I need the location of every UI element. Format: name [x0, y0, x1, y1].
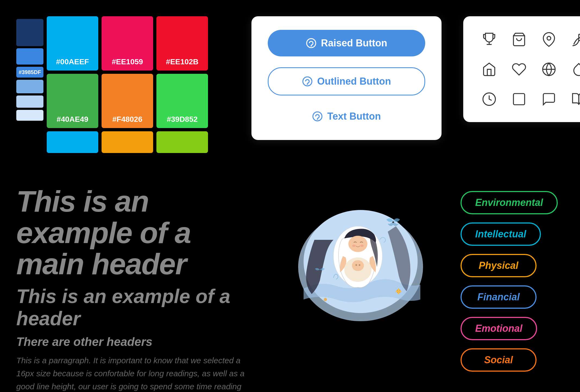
tag-social: Social: [461, 348, 537, 372]
blue-lighter-swatch: [16, 95, 43, 108]
globe-icon: [539, 60, 558, 79]
text-button[interactable]: Text Button: [301, 106, 392, 126]
main-header: This is an example of a main header: [16, 186, 261, 280]
svg-point-19: [352, 260, 364, 271]
heart-icon: [509, 60, 528, 79]
color-grid: #00AEEF #EE1059 #EE102B #40AE49 #F48026 …: [47, 16, 208, 153]
svg-point-7: [547, 36, 551, 40]
tag-financial: Financial: [461, 285, 537, 309]
paragraph: This is a parragraph. It is important to…: [16, 354, 250, 392]
red-swatch: #EE102B: [156, 16, 208, 71]
lime-swatch: #39D852: [156, 74, 208, 128]
svg-point-5: [317, 119, 318, 119]
blue-light-swatch: [16, 80, 43, 93]
tag-environmental: Environmental: [461, 191, 558, 214]
outlined-button[interactable]: Outlined Button: [268, 67, 425, 95]
svg-rect-11: [513, 93, 524, 104]
lime-label: #39D852: [167, 115, 198, 124]
outlined-button-icon: [302, 76, 313, 87]
button-showcase: Raised Button Outlined Button Text Butto…: [251, 16, 442, 140]
svg-point-17: [360, 245, 364, 247]
blue-medium-swatch: [16, 48, 43, 65]
lime-small-swatch: [156, 131, 208, 153]
tag-intellectual: Intellectual: [461, 222, 541, 246]
svg-point-24: [324, 298, 327, 301]
typography-section: This is an example of a main header This…: [16, 186, 261, 392]
sub-header: This is an example of a header: [16, 285, 261, 330]
orange-label: #F48026: [112, 115, 143, 124]
cyan-swatch: #00AEEF: [47, 16, 98, 71]
orange-swatch: #F48026: [102, 74, 153, 128]
water-drop-icon: [569, 60, 580, 79]
book-icon: [569, 90, 580, 109]
svg-point-1: [311, 46, 311, 46]
tag-physical: Physical: [461, 254, 537, 277]
svg-point-16: [352, 245, 355, 247]
chat-icon: [539, 90, 558, 109]
icon-showcase: [463, 16, 580, 122]
illustration-section: [277, 186, 444, 321]
blue-label-box: #3985DF: [16, 67, 43, 78]
yellow-swatch: [102, 131, 153, 153]
tags-section: Environmental Intellectual Physical Fina…: [461, 186, 564, 372]
blue-darkest-swatch: [16, 19, 43, 46]
text-button-icon: [312, 111, 323, 122]
outlined-button-label: Outlined Button: [317, 76, 391, 87]
svg-point-15: [348, 236, 367, 252]
small-header: There are other headers: [16, 335, 261, 349]
bottom-section: This is an example of a main header This…: [0, 169, 580, 392]
svg-point-20: [355, 264, 357, 266]
pink-swatch: #EE1059: [102, 16, 153, 71]
cyan-label: #00AEEF: [56, 58, 89, 66]
svg-point-21: [359, 264, 360, 266]
pink-label: #EE1059: [112, 58, 143, 66]
raised-button-label: Raised Button: [321, 37, 387, 49]
cyan-small-swatch: [47, 131, 98, 153]
home-icon: [480, 60, 499, 79]
tag-emotional: Emotional: [461, 317, 537, 340]
svg-point-22: [392, 221, 394, 223]
color-palette: #3985DF #00AEEF #EE1059 #EE102B #40AE49: [16, 16, 208, 153]
blue-shades-column: #3985DF: [16, 19, 43, 121]
clock-icon: [480, 90, 499, 109]
green-swatch: #40AE49: [47, 74, 98, 128]
blue-color-label: #3985DF: [19, 69, 41, 75]
svg-point-3: [307, 84, 308, 84]
trophy-icon: [480, 30, 499, 49]
leaf-icon: [569, 30, 580, 49]
green-label: #40AE49: [57, 115, 89, 124]
cart-icon: [509, 30, 528, 49]
blue-lightest-swatch: [16, 110, 43, 121]
top-section: #3985DF #00AEEF #EE1059 #EE102B #40AE49: [0, 0, 580, 164]
raised-button-icon: [306, 38, 317, 49]
location-icon: [539, 30, 558, 49]
square-icon: [509, 90, 528, 109]
text-button-label: Text Button: [327, 111, 381, 122]
red-label: #EE102B: [166, 58, 198, 66]
illustration-svg: [293, 186, 428, 321]
raised-button[interactable]: Raised Button: [268, 30, 425, 56]
